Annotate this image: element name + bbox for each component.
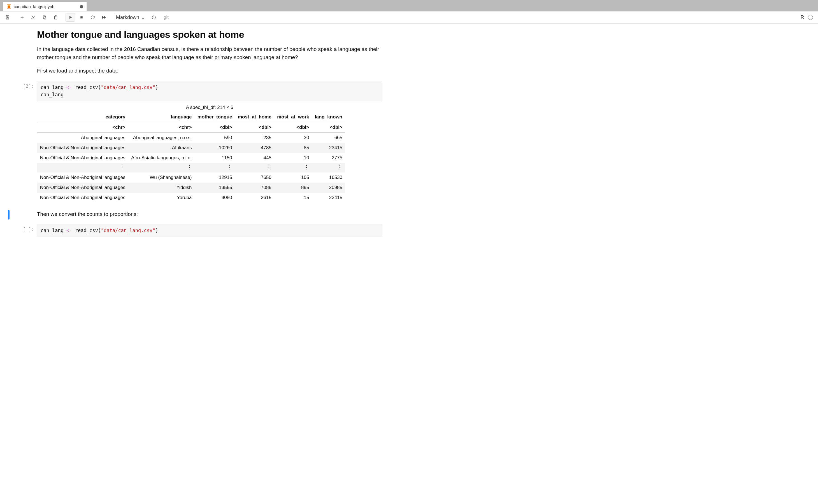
svg-rect-9	[80, 16, 83, 18]
svg-rect-6	[43, 16, 45, 18]
code-input[interactable]: can_lang <- read_csv("data/can_lang.csv"…	[37, 224, 382, 237]
heading: Mother tongue and languages spoken at ho…	[37, 29, 382, 40]
notebook-icon	[6, 4, 11, 9]
stop-button[interactable]	[77, 13, 86, 22]
run-all-button[interactable]	[99, 13, 109, 22]
table-row: Non-Official & Non-Aboriginal languages …	[37, 183, 345, 193]
run-button[interactable]	[66, 13, 75, 22]
svg-rect-2	[7, 18, 8, 19]
cell-type-label: Markdown	[116, 15, 139, 20]
output-table: category language mother_tongue most_at_…	[37, 112, 345, 203]
paragraph: First we load and inspect the data:	[37, 67, 381, 75]
git-link[interactable]: git	[164, 15, 169, 20]
svg-point-4	[34, 18, 35, 19]
table-row: Aboriginal languages Aboriginal language…	[37, 133, 345, 143]
markdown-cell[interactable]: Then we convert the counts to proportion…	[7, 209, 382, 221]
table-row: Non-Official & Non-Aboriginal languages …	[37, 153, 345, 163]
paragraph: Then we convert the counts to proportion…	[37, 210, 381, 218]
table-row: Non-Official & Non-Aboriginal languages …	[37, 193, 345, 203]
execution-count: [ ]:	[23, 224, 34, 232]
cut-button[interactable]	[29, 13, 38, 22]
restart-button[interactable]	[88, 13, 97, 22]
copy-button[interactable]	[40, 13, 49, 22]
markdown-cell[interactable]: Mother tongue and languages spoken at ho…	[7, 29, 382, 80]
paragraph: In the language data collected in the 20…	[37, 45, 381, 62]
svg-rect-5	[44, 17, 46, 19]
table-ellipsis-row: ⋮ ⋮ ⋮ ⋮ ⋮ ⋮	[37, 163, 345, 172]
tab-bar: canadian_langs.ipynb	[0, 0, 818, 11]
table-row: Non-Official & Non-Aboriginal languages …	[37, 143, 345, 153]
table-header-row: category language mother_tongue most_at_…	[37, 112, 345, 122]
unsaved-indicator-icon	[80, 5, 83, 8]
paste-button[interactable]	[51, 13, 60, 22]
svg-rect-1	[8, 5, 10, 8]
tab-title: canadian_langs.ipynb	[14, 4, 54, 9]
code-input[interactable]: can_lang <- read_csv("data/can_lang.csv"…	[37, 81, 382, 101]
notebook-area[interactable]: Mother tongue and languages spoken at ho…	[0, 24, 818, 504]
notebook-toolbar: Markdown ⌄ git R	[0, 11, 818, 24]
chevron-down-icon: ⌄	[141, 14, 145, 20]
table-row: Non-Official & Non-Aboriginal languages …	[37, 172, 345, 183]
notebook-tab[interactable]: canadian_langs.ipynb	[3, 2, 87, 11]
insert-cell-button[interactable]	[17, 13, 27, 22]
svg-point-3	[32, 18, 33, 19]
execution-count: [2]:	[23, 81, 34, 89]
save-button[interactable]	[3, 13, 12, 22]
table-type-row: <chr> <chr> <dbl> <dbl> <dbl> <dbl>	[37, 122, 345, 133]
active-cell-indicator	[8, 210, 10, 220]
kernel-name[interactable]: R	[801, 15, 804, 20]
cell-type-select[interactable]: Markdown ⌄	[114, 14, 147, 20]
command-palette-button[interactable]	[149, 13, 158, 22]
output-caption: A spec_tbl_df: 214 × 6	[37, 105, 382, 110]
code-cell[interactable]: [2]: can_lang <- read_csv("data/can_lang…	[7, 80, 382, 203]
kernel-status-icon[interactable]	[808, 15, 813, 20]
code-cell[interactable]: [ ]: can_lang <- read_csv("data/can_lang…	[7, 223, 382, 238]
